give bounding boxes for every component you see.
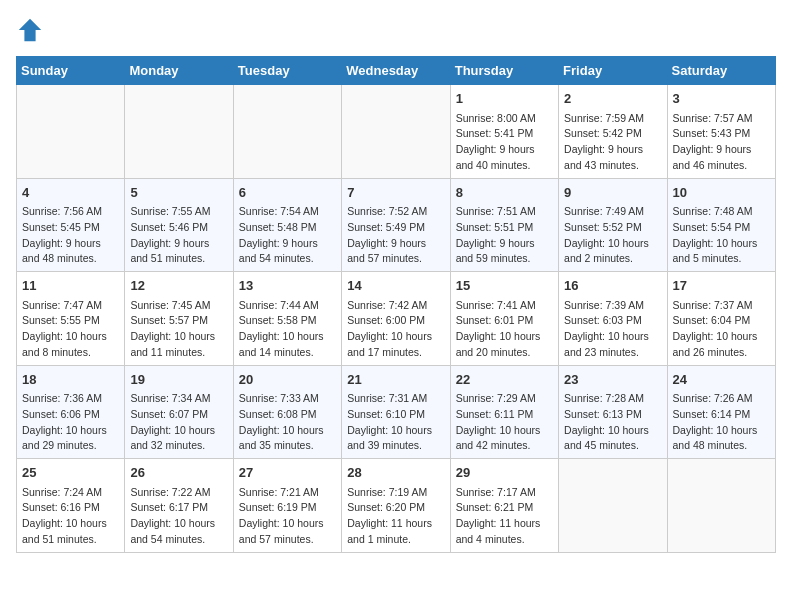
- calendar-cell: 28Sunrise: 7:19 AM Sunset: 6:20 PM Dayli…: [342, 459, 450, 553]
- day-number: 18: [22, 370, 119, 390]
- calendar-cell: [559, 459, 667, 553]
- week-row-1: 4Sunrise: 7:56 AM Sunset: 5:45 PM Daylig…: [17, 178, 776, 272]
- day-number: 14: [347, 276, 444, 296]
- calendar-cell: 4Sunrise: 7:56 AM Sunset: 5:45 PM Daylig…: [17, 178, 125, 272]
- calendar-cell: [233, 85, 341, 179]
- calendar-cell: 25Sunrise: 7:24 AM Sunset: 6:16 PM Dayli…: [17, 459, 125, 553]
- day-info: Sunrise: 7:54 AM Sunset: 5:48 PM Dayligh…: [239, 204, 336, 267]
- day-info: Sunrise: 7:41 AM Sunset: 6:01 PM Dayligh…: [456, 298, 553, 361]
- calendar-cell: 5Sunrise: 7:55 AM Sunset: 5:46 PM Daylig…: [125, 178, 233, 272]
- day-info: Sunrise: 7:28 AM Sunset: 6:13 PM Dayligh…: [564, 391, 661, 454]
- header: [16, 16, 776, 44]
- calendar-cell: 14Sunrise: 7:42 AM Sunset: 6:00 PM Dayli…: [342, 272, 450, 366]
- calendar-cell: 29Sunrise: 7:17 AM Sunset: 6:21 PM Dayli…: [450, 459, 558, 553]
- calendar-cell: 15Sunrise: 7:41 AM Sunset: 6:01 PM Dayli…: [450, 272, 558, 366]
- weekday-header-monday: Monday: [125, 57, 233, 85]
- week-row-4: 25Sunrise: 7:24 AM Sunset: 6:16 PM Dayli…: [17, 459, 776, 553]
- day-number: 29: [456, 463, 553, 483]
- day-number: 1: [456, 89, 553, 109]
- day-number: 5: [130, 183, 227, 203]
- weekday-header-thursday: Thursday: [450, 57, 558, 85]
- day-info: Sunrise: 7:52 AM Sunset: 5:49 PM Dayligh…: [347, 204, 444, 267]
- day-info: Sunrise: 7:37 AM Sunset: 6:04 PM Dayligh…: [673, 298, 770, 361]
- day-number: 21: [347, 370, 444, 390]
- week-row-3: 18Sunrise: 7:36 AM Sunset: 6:06 PM Dayli…: [17, 365, 776, 459]
- day-info: Sunrise: 7:21 AM Sunset: 6:19 PM Dayligh…: [239, 485, 336, 548]
- calendar-table: SundayMondayTuesdayWednesdayThursdayFrid…: [16, 56, 776, 553]
- day-number: 3: [673, 89, 770, 109]
- calendar-cell: 18Sunrise: 7:36 AM Sunset: 6:06 PM Dayli…: [17, 365, 125, 459]
- calendar-cell: 6Sunrise: 7:54 AM Sunset: 5:48 PM Daylig…: [233, 178, 341, 272]
- calendar-cell: [667, 459, 775, 553]
- day-number: 25: [22, 463, 119, 483]
- day-info: Sunrise: 7:39 AM Sunset: 6:03 PM Dayligh…: [564, 298, 661, 361]
- calendar-cell: 8Sunrise: 7:51 AM Sunset: 5:51 PM Daylig…: [450, 178, 558, 272]
- day-info: Sunrise: 7:57 AM Sunset: 5:43 PM Dayligh…: [673, 111, 770, 174]
- weekday-header-friday: Friday: [559, 57, 667, 85]
- calendar-cell: [125, 85, 233, 179]
- calendar-cell: [342, 85, 450, 179]
- day-info: Sunrise: 7:42 AM Sunset: 6:00 PM Dayligh…: [347, 298, 444, 361]
- calendar-cell: 7Sunrise: 7:52 AM Sunset: 5:49 PM Daylig…: [342, 178, 450, 272]
- day-info: Sunrise: 7:26 AM Sunset: 6:14 PM Dayligh…: [673, 391, 770, 454]
- day-info: Sunrise: 7:29 AM Sunset: 6:11 PM Dayligh…: [456, 391, 553, 454]
- day-number: 7: [347, 183, 444, 203]
- day-info: Sunrise: 7:17 AM Sunset: 6:21 PM Dayligh…: [456, 485, 553, 548]
- day-info: Sunrise: 7:56 AM Sunset: 5:45 PM Dayligh…: [22, 204, 119, 267]
- calendar-cell: 9Sunrise: 7:49 AM Sunset: 5:52 PM Daylig…: [559, 178, 667, 272]
- day-number: 2: [564, 89, 661, 109]
- calendar-cell: 24Sunrise: 7:26 AM Sunset: 6:14 PM Dayli…: [667, 365, 775, 459]
- day-info: Sunrise: 7:51 AM Sunset: 5:51 PM Dayligh…: [456, 204, 553, 267]
- calendar-cell: [17, 85, 125, 179]
- day-info: Sunrise: 8:00 AM Sunset: 5:41 PM Dayligh…: [456, 111, 553, 174]
- calendar-cell: 19Sunrise: 7:34 AM Sunset: 6:07 PM Dayli…: [125, 365, 233, 459]
- day-info: Sunrise: 7:48 AM Sunset: 5:54 PM Dayligh…: [673, 204, 770, 267]
- day-number: 13: [239, 276, 336, 296]
- day-number: 11: [22, 276, 119, 296]
- calendar-cell: 16Sunrise: 7:39 AM Sunset: 6:03 PM Dayli…: [559, 272, 667, 366]
- calendar-cell: 11Sunrise: 7:47 AM Sunset: 5:55 PM Dayli…: [17, 272, 125, 366]
- day-number: 16: [564, 276, 661, 296]
- week-row-0: 1Sunrise: 8:00 AM Sunset: 5:41 PM Daylig…: [17, 85, 776, 179]
- calendar-cell: 17Sunrise: 7:37 AM Sunset: 6:04 PM Dayli…: [667, 272, 775, 366]
- day-number: 19: [130, 370, 227, 390]
- week-row-2: 11Sunrise: 7:47 AM Sunset: 5:55 PM Dayli…: [17, 272, 776, 366]
- calendar-cell: 10Sunrise: 7:48 AM Sunset: 5:54 PM Dayli…: [667, 178, 775, 272]
- day-info: Sunrise: 7:33 AM Sunset: 6:08 PM Dayligh…: [239, 391, 336, 454]
- day-number: 8: [456, 183, 553, 203]
- day-number: 10: [673, 183, 770, 203]
- logo: [16, 16, 48, 44]
- day-info: Sunrise: 7:36 AM Sunset: 6:06 PM Dayligh…: [22, 391, 119, 454]
- day-number: 17: [673, 276, 770, 296]
- day-info: Sunrise: 7:44 AM Sunset: 5:58 PM Dayligh…: [239, 298, 336, 361]
- day-number: 6: [239, 183, 336, 203]
- day-info: Sunrise: 7:31 AM Sunset: 6:10 PM Dayligh…: [347, 391, 444, 454]
- day-number: 12: [130, 276, 227, 296]
- day-number: 24: [673, 370, 770, 390]
- day-number: 28: [347, 463, 444, 483]
- calendar-cell: 13Sunrise: 7:44 AM Sunset: 5:58 PM Dayli…: [233, 272, 341, 366]
- day-info: Sunrise: 7:47 AM Sunset: 5:55 PM Dayligh…: [22, 298, 119, 361]
- calendar-cell: 23Sunrise: 7:28 AM Sunset: 6:13 PM Dayli…: [559, 365, 667, 459]
- calendar-cell: 27Sunrise: 7:21 AM Sunset: 6:19 PM Dayli…: [233, 459, 341, 553]
- day-info: Sunrise: 7:45 AM Sunset: 5:57 PM Dayligh…: [130, 298, 227, 361]
- day-info: Sunrise: 7:22 AM Sunset: 6:17 PM Dayligh…: [130, 485, 227, 548]
- day-number: 23: [564, 370, 661, 390]
- calendar-cell: 26Sunrise: 7:22 AM Sunset: 6:17 PM Dayli…: [125, 459, 233, 553]
- logo-icon: [16, 16, 44, 44]
- day-info: Sunrise: 7:49 AM Sunset: 5:52 PM Dayligh…: [564, 204, 661, 267]
- day-info: Sunrise: 7:59 AM Sunset: 5:42 PM Dayligh…: [564, 111, 661, 174]
- calendar-cell: 20Sunrise: 7:33 AM Sunset: 6:08 PM Dayli…: [233, 365, 341, 459]
- calendar-cell: 1Sunrise: 8:00 AM Sunset: 5:41 PM Daylig…: [450, 85, 558, 179]
- weekday-header-row: SundayMondayTuesdayWednesdayThursdayFrid…: [17, 57, 776, 85]
- calendar-cell: 2Sunrise: 7:59 AM Sunset: 5:42 PM Daylig…: [559, 85, 667, 179]
- weekday-header-saturday: Saturday: [667, 57, 775, 85]
- day-info: Sunrise: 7:55 AM Sunset: 5:46 PM Dayligh…: [130, 204, 227, 267]
- day-number: 22: [456, 370, 553, 390]
- weekday-header-sunday: Sunday: [17, 57, 125, 85]
- calendar-cell: 21Sunrise: 7:31 AM Sunset: 6:10 PM Dayli…: [342, 365, 450, 459]
- day-number: 26: [130, 463, 227, 483]
- calendar-cell: 3Sunrise: 7:57 AM Sunset: 5:43 PM Daylig…: [667, 85, 775, 179]
- day-number: 4: [22, 183, 119, 203]
- day-info: Sunrise: 7:19 AM Sunset: 6:20 PM Dayligh…: [347, 485, 444, 548]
